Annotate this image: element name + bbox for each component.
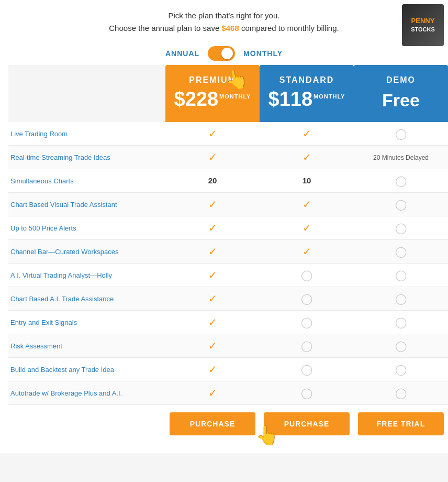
demo-cell: ◯ xyxy=(354,240,448,264)
table-row: Chart Based Visual Trade Assistant ✓ ✓ ◯ xyxy=(8,193,448,216)
toggle-knob xyxy=(221,48,233,59)
penny-stocks-badge: PENNY STOCKS xyxy=(402,4,444,46)
standard-cell: ◯ xyxy=(260,264,354,287)
premium-cell: ✓ xyxy=(165,193,260,216)
demo-cell: ◯ xyxy=(354,169,448,193)
table-row: Real-time Streaming Trade Ideas ✓ ✓ 20 M… xyxy=(8,146,448,169)
header-line2: Choose the annual plan to save $468 comp… xyxy=(10,22,438,35)
standard-cell: ✓ xyxy=(260,146,354,169)
feature-name: A.I. Virtual Trading Analyst—Holly xyxy=(8,264,165,287)
cell-value: 10 xyxy=(303,176,311,185)
check-icon: ✓ xyxy=(208,199,217,210)
premium-cell: ✓ xyxy=(165,216,260,240)
standard-cell: ✓ xyxy=(260,240,354,264)
check-icon: ✓ xyxy=(303,199,311,210)
feature-name: Channel Bar—Curated Workspaces xyxy=(8,240,165,264)
demo-cell: ◯ xyxy=(354,381,448,405)
check-icon: ✓ xyxy=(208,387,217,399)
demo-cell: ◯ xyxy=(354,264,448,287)
feature-name: Real-time Streaming Trade Ideas xyxy=(8,146,165,169)
feature-name: Autotrade w/ Brokerage Plus and A.I. xyxy=(8,381,165,405)
unavailable-icon: ◯ xyxy=(395,199,407,210)
standard-cell: ✓ xyxy=(260,122,354,146)
table-row: Simultaneous Charts 20 10 ◯ xyxy=(8,169,448,193)
demo-cell: ◯ xyxy=(354,311,448,334)
table-row: Risk Assessment ✓ ◯ ◯ xyxy=(8,334,448,358)
standard-purchase-cell: PURCHASE xyxy=(260,405,354,443)
demo-cell: ◯ xyxy=(354,334,448,358)
table-row: Up to 500 Price Alerts ✓ ✓ ◯ xyxy=(8,216,448,240)
unavailable-icon: ◯ xyxy=(395,293,407,304)
unavailable-icon: ◯ xyxy=(301,269,312,281)
standard-cell: ◯ xyxy=(260,287,354,311)
table-row: Autotrade w/ Brokerage Plus and A.I. ✓ ◯… xyxy=(8,381,448,405)
pricing-table: PREMIUM $228MONTHLY STANDARD $118MONTHLY xyxy=(8,65,448,443)
feature-name: Up to 500 Price Alerts xyxy=(8,216,165,240)
check-icon: ✓ xyxy=(208,246,217,257)
unavailable-icon: ◯ xyxy=(301,387,312,399)
billing-toggle[interactable] xyxy=(208,46,235,61)
premium-cell: ✓ xyxy=(165,358,260,381)
premium-cell: ✓ xyxy=(165,264,260,287)
demo-cell: ◯ xyxy=(354,287,448,311)
premium-cell: ✓ xyxy=(165,381,260,405)
table-row: A.I. Virtual Trading Analyst—Holly ✓ ◯ ◯ xyxy=(8,264,448,287)
check-icon: ✓ xyxy=(208,340,217,352)
check-icon: ✓ xyxy=(208,269,217,281)
premium-header: PREMIUM $228MONTHLY xyxy=(165,65,260,122)
check-icon: ✓ xyxy=(208,151,217,163)
unavailable-icon: ◯ xyxy=(301,340,312,352)
demo-cell: 20 Minutes Delayed xyxy=(354,146,448,169)
feature-name: Chart Based A.I. Trade Assistance xyxy=(8,287,165,311)
feature-col-header xyxy=(8,65,165,122)
check-icon: ✓ xyxy=(303,246,311,257)
purchase-row: PURCHASE PURCHASE FREE TRIAL xyxy=(8,405,448,443)
demo-cell: ◯ xyxy=(354,358,448,381)
premium-cell: ✓ xyxy=(165,334,260,358)
premium-cell: ✓ xyxy=(165,287,260,311)
delayed-text: 20 Minutes Delayed xyxy=(373,154,429,161)
check-icon: ✓ xyxy=(208,364,217,375)
free-trial-button[interactable]: FREE TRIAL xyxy=(358,412,444,435)
table-row: Build and Backtest any Trade Idea ✓ ◯ ◯ xyxy=(8,358,448,381)
premium-cell: ✓ xyxy=(165,146,260,169)
check-icon: ✓ xyxy=(208,222,217,234)
toggle-section: ANNUAL MONTHLY xyxy=(0,40,448,65)
unavailable-icon: ◯ xyxy=(395,128,407,139)
table-row: Entry and Exit Signals ✓ ◯ ◯ xyxy=(8,311,448,334)
unavailable-icon: ◯ xyxy=(395,246,407,257)
demo-purchase-cell: FREE TRIAL xyxy=(354,405,448,443)
demo-header: DEMO Free xyxy=(354,65,448,122)
demo-cell: ◯ xyxy=(354,193,448,216)
check-icon: ✓ xyxy=(208,293,217,304)
purchase-empty xyxy=(8,405,165,443)
premium-purchase-button[interactable]: PURCHASE xyxy=(170,412,255,435)
page-wrapper: 👆 👆 Pick the plan that's right for you. … xyxy=(0,0,448,453)
check-icon: ✓ xyxy=(208,316,217,328)
check-icon: ✓ xyxy=(303,128,311,139)
unavailable-icon: ◯ xyxy=(395,269,407,281)
unavailable-icon: ◯ xyxy=(301,316,312,328)
demo-cell: ◯ xyxy=(354,122,448,146)
unavailable-icon: ◯ xyxy=(395,175,407,187)
feature-name: Live Trading Room xyxy=(8,122,165,146)
unavailable-icon: ◯ xyxy=(301,293,312,304)
standard-cell: ◯ xyxy=(260,334,354,358)
unavailable-icon: ◯ xyxy=(395,316,407,328)
premium-cell: ✓ xyxy=(165,311,260,334)
standard-header: STANDARD $118MONTHLY xyxy=(260,65,354,122)
premium-cell: ✓ xyxy=(165,122,260,146)
feature-name: Chart Based Visual Trade Assistant xyxy=(8,193,165,216)
header-line1: Pick the plan that's right for you. xyxy=(10,9,438,22)
feature-name: Entry and Exit Signals xyxy=(8,311,165,334)
feature-name: Risk Assessment xyxy=(8,334,165,358)
annual-label: ANNUAL xyxy=(165,49,199,58)
feature-name: Build and Backtest any Trade Idea xyxy=(8,358,165,381)
standard-purchase-button[interactable]: PURCHASE xyxy=(264,412,350,435)
standard-cell: ◯ xyxy=(260,381,354,405)
toggle-track xyxy=(208,46,235,61)
pricing-table-wrapper: PREMIUM $228MONTHLY STANDARD $118MONTHLY xyxy=(0,65,448,453)
standard-cell: ✓ xyxy=(260,216,354,240)
check-icon: ✓ xyxy=(208,128,217,139)
standard-cell: ◯ xyxy=(260,358,354,381)
